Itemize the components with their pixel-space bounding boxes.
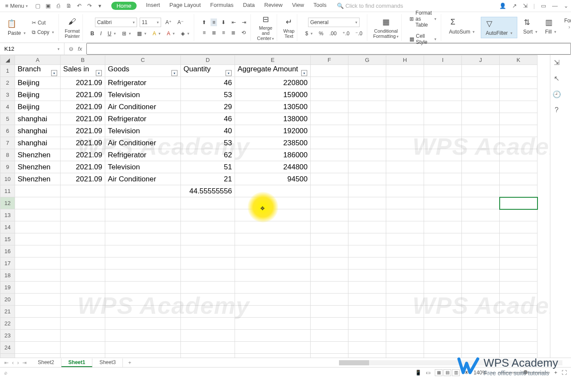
cell-H3[interactable] (386, 89, 424, 101)
row-header-9[interactable]: 9 (0, 161, 15, 173)
row-header-1[interactable]: 1 (0, 65, 15, 77)
help-icon[interactable]: ? (555, 106, 559, 114)
tab-review[interactable]: Review (264, 2, 283, 10)
font-size-select[interactable]: 11▾ (140, 18, 161, 27)
cell-G23[interactable] (348, 330, 386, 342)
cell-B10[interactable]: 2021.09 (61, 173, 105, 185)
cell-I19[interactable] (424, 282, 462, 294)
cell-F7[interactable] (311, 137, 348, 149)
align-left-icon[interactable]: ≡ (201, 29, 208, 37)
cell-J18[interactable] (462, 270, 500, 282)
cell-J1[interactable] (462, 65, 500, 77)
cell-I17[interactable] (424, 257, 462, 270)
clear-format-button[interactable]: ◈ (179, 30, 191, 37)
cell-C11[interactable] (105, 185, 181, 197)
cell-H15[interactable] (386, 233, 424, 245)
cell-H23[interactable] (386, 330, 424, 342)
cell-D24[interactable] (181, 342, 235, 354)
cell-B13[interactable] (61, 209, 105, 221)
column-header-F[interactable]: F (311, 55, 348, 65)
cell-B25[interactable] (61, 354, 105, 358)
cell-F14[interactable] (311, 221, 348, 233)
cell-F18[interactable] (311, 270, 348, 282)
cell-E10[interactable]: 94500 (235, 173, 311, 185)
cell-A10[interactable]: Shenzhen (15, 173, 61, 185)
select-cursor-icon[interactable]: ↖ (554, 74, 559, 83)
column-header-E[interactable]: E (235, 55, 311, 65)
cell-C20[interactable] (105, 294, 181, 306)
cell-G20[interactable] (348, 294, 386, 306)
cell-G4[interactable] (348, 101, 386, 113)
tab-home[interactable]: Home (111, 2, 137, 10)
sheet-tab-sheet3[interactable]: Sheet3 (92, 358, 123, 367)
paste-button[interactable]: Paste (6, 29, 27, 37)
cell-C1[interactable]: Goods▾ (105, 65, 181, 77)
italic-button[interactable]: I (98, 30, 103, 37)
tab-data[interactable]: Data (243, 2, 255, 10)
cell-H5[interactable] (386, 113, 424, 125)
row-header-17[interactable]: 17 (0, 257, 15, 270)
cell-D19[interactable] (181, 282, 235, 294)
cell-J15[interactable] (462, 233, 500, 245)
cell-E9[interactable]: 244800 (235, 161, 311, 173)
format-as-table-button[interactable]: ⊞Format as Table (408, 9, 438, 29)
share-icon[interactable]: ↗ (512, 3, 517, 9)
cell-C15[interactable] (105, 233, 181, 245)
cell-D18[interactable] (181, 270, 235, 282)
cell-K13[interactable] (500, 209, 537, 221)
cell-I6[interactable] (424, 125, 462, 137)
cell-D9[interactable]: 51 (181, 161, 235, 173)
cell-K5[interactable] (500, 113, 537, 125)
wrap-icon[interactable]: ↵ (283, 16, 294, 28)
cell-J14[interactable] (462, 221, 500, 233)
cancel-icon[interactable]: ⊖ (69, 46, 73, 52)
cell-F23[interactable] (311, 330, 348, 342)
cell-G18[interactable] (348, 270, 386, 282)
cell-H6[interactable] (386, 125, 424, 137)
cell-I25[interactable] (424, 354, 462, 358)
increase-font-icon[interactable]: A⁺ (164, 18, 173, 26)
cell-G2[interactable] (348, 77, 386, 89)
cell-A17[interactable] (15, 257, 61, 270)
cell-K15[interactable] (500, 233, 537, 245)
cell-J22[interactable] (462, 318, 500, 330)
normal-view-button[interactable]: ▦ (435, 369, 443, 376)
cell-G9[interactable] (348, 161, 386, 173)
cell-F12[interactable] (311, 197, 348, 209)
cell-K23[interactable] (500, 330, 537, 342)
cell-C25[interactable] (105, 354, 181, 358)
cell-I4[interactable] (424, 101, 462, 113)
cell-F19[interactable] (311, 282, 348, 294)
autosum-button[interactable]: AutoSum (447, 28, 476, 36)
align-top-icon[interactable]: ⬆ (200, 18, 208, 26)
cell-I16[interactable] (424, 245, 462, 257)
cell-H10[interactable] (386, 173, 424, 185)
tab-insert[interactable]: Insert (146, 2, 160, 10)
cell-E17[interactable] (235, 257, 311, 270)
cell-B5[interactable]: 2021.09 (61, 113, 105, 125)
cell-I12[interactable] (424, 197, 462, 209)
cell-F11[interactable] (311, 185, 348, 197)
cell-G1[interactable] (348, 65, 386, 77)
cell-A24[interactable] (15, 342, 61, 354)
cell-H9[interactable] (386, 161, 424, 173)
cell-F9[interactable] (311, 161, 348, 173)
cell-D6[interactable]: 40 (181, 125, 235, 137)
cell-F8[interactable] (311, 149, 348, 161)
row-header-14[interactable]: 14 (0, 221, 15, 233)
cell-A15[interactable] (15, 233, 61, 245)
cell-F25[interactable] (311, 354, 348, 358)
number-format-select[interactable]: General▾ (308, 18, 360, 27)
cell-J24[interactable] (462, 342, 500, 354)
cell-I11[interactable] (424, 185, 462, 197)
cell-A16[interactable] (15, 245, 61, 257)
cell-D2[interactable]: 46 (181, 77, 235, 89)
merge-center-button[interactable]: Merge and Center (257, 25, 274, 41)
cell-C19[interactable] (105, 282, 181, 294)
cell-I18[interactable] (424, 270, 462, 282)
tab-page-layout[interactable]: Page Layout (169, 2, 201, 10)
cell-H14[interactable] (386, 221, 424, 233)
cell-H11[interactable] (386, 185, 424, 197)
row-header-6[interactable]: 6 (0, 125, 15, 137)
cell-F16[interactable] (311, 245, 348, 257)
